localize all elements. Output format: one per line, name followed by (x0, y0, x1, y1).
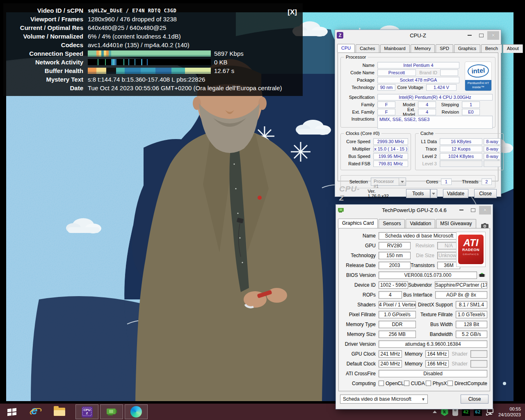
bios-save-chip-icon[interactable] (479, 273, 485, 278)
directx-support-field: 8.1 / SM1.4 (456, 301, 487, 308)
close-button[interactable]: ✕ (479, 206, 491, 215)
stats-label: Current / Optimal Res (7, 24, 83, 31)
maximize-button[interactable] (467, 206, 479, 215)
gpuz-titlebar[interactable]: TechPowerUp GPU-Z 0.4.6 ✕ (336, 205, 493, 215)
maximize-icon (471, 208, 475, 212)
tab-memory[interactable]: Memory (411, 44, 435, 53)
stats-row-network-activity: Network Activity0 KB (3, 58, 303, 66)
physx-label: PhysX (433, 381, 447, 386)
validate-button[interactable]: Validate (443, 189, 468, 198)
cpuz-titlebar[interactable]: Z CPU-Z ✕ (335, 30, 501, 41)
ati-crossfire-label: ATI CrossFire (341, 371, 376, 377)
cuda-checkbox[interactable] (404, 381, 409, 386)
internet-explorer-button[interactable]: e (24, 404, 48, 420)
device-id-field: 1002 - 5960 (379, 281, 408, 289)
close-button[interactable]: ✕ (487, 31, 499, 40)
tab-cpu[interactable]: CPU (337, 44, 355, 52)
ati-graphics-text: GRAPHICS (458, 253, 484, 256)
gpu-select[interactable]: Scheda video di base Microsoft ▼ (340, 395, 428, 404)
taskbar-clock[interactable]: 00:55 24/10/2023 (498, 406, 521, 418)
model-label: Model (395, 102, 415, 107)
shaders-field: 4 Pixel / 1 Vertex (379, 301, 416, 308)
processor-select[interactable]: Processor #1 (371, 178, 406, 186)
bus-speed-label: Bus Speed (343, 154, 370, 159)
gpu-label: GPU (341, 243, 376, 249)
tab-msi-giveaway[interactable]: MSI Giveaway (436, 219, 476, 228)
revision-label: Revision (436, 110, 459, 114)
trace-label: Trace (418, 146, 437, 151)
stats-value: avc1.4d401e (135) / mp4a.40.2 (140) (88, 41, 189, 48)
edge-icon (130, 406, 142, 418)
folder-icon (54, 408, 65, 416)
stats-label: Connection Speed (7, 50, 83, 57)
internet-explorer-icon: e (30, 406, 42, 418)
file-explorer-button[interactable] (48, 404, 71, 420)
tab-caches[interactable]: Caches (356, 44, 379, 53)
device-id-label: Device ID (341, 282, 376, 288)
memory-size-label: Memory Size (341, 331, 376, 337)
gpu-field: RV280 (379, 242, 411, 249)
instructions-field: MMX, SSE, SSE2, SSE3 (377, 116, 493, 129)
gpuz-close-button[interactable]: Close (461, 395, 488, 404)
lapel-pin (258, 196, 262, 200)
tab-validation[interactable]: Validation (406, 219, 435, 228)
tools-dropdown-button[interactable] (430, 189, 437, 198)
cores-label: Cores (419, 179, 438, 184)
tab-spd[interactable]: SPD (436, 44, 453, 53)
level2-label: Level 2 (418, 154, 437, 159)
cpuz-icon: CPUZ (82, 406, 93, 418)
cpuz-version: Ver. 1.76.0.x32 (368, 189, 396, 199)
intel-brand: intel (467, 64, 489, 78)
stats-value: s:8 t:144.74 b:15.360-157.408 L pbs:2282… (88, 76, 205, 83)
cpu-name-field: Intel Pentium 4 (377, 62, 459, 68)
minimize-button[interactable] (455, 206, 467, 215)
tab-graphics-card[interactable]: Graphics Card (338, 219, 378, 228)
transistors-label: Transistors (411, 262, 434, 268)
selection-group: Selection Processor #1 Cores 1 Threads 2 (340, 175, 495, 188)
stats-value: 12.67 s (214, 67, 234, 74)
cpuz-cpu-page: Processor intel Pentium®4 HTinside™ Name… (338, 52, 498, 181)
clock-time: 00:55 (498, 406, 521, 412)
gpuz-taskbar-button[interactable] (100, 404, 123, 419)
show-hidden-icons-button[interactable] (433, 411, 437, 413)
gpuz-graphics-card-page: ATI RADEON GRAPHICS NameScheda video di … (338, 228, 490, 391)
default-shader-clock-label: Shader (449, 361, 468, 367)
bus-width-label: Bus Width (416, 322, 453, 327)
cpuz-taskbar-button[interactable]: CPUZ (75, 404, 98, 419)
l1-data-field: 16 KBytes (440, 138, 482, 145)
revision-field: E0 (462, 109, 480, 115)
bus-interface-field: AGP 8x @ 8x (435, 291, 487, 299)
tab-bench[interactable]: Bench (481, 44, 502, 53)
die-size-label: Die Size (411, 253, 434, 258)
opencl-checkbox[interactable] (379, 381, 384, 386)
edge-taskbar-button[interactable] (125, 404, 148, 419)
minimize-button[interactable] (463, 31, 475, 40)
cpuz-tab-bar: CPU Caches Mainboard Memory SPD Graphics… (335, 44, 501, 52)
gpuz-tab-bar: Graphics Card Sensors Validation MSI Giv… (336, 219, 493, 228)
processor-select-value: Processor #1 (371, 178, 399, 185)
stats-label: Video ID / sCPN (7, 7, 83, 14)
tab-about[interactable]: About (503, 44, 523, 53)
stats-label: Network Activity (7, 59, 83, 66)
tab-graphics[interactable]: Graphics (454, 44, 480, 53)
maximize-button[interactable] (475, 31, 487, 40)
physx-checkbox[interactable] (426, 381, 431, 386)
hand-right (267, 288, 287, 303)
level3-way-field (484, 160, 501, 167)
stats-row: DateTue Oct 24 2023 00:55:06 GMT+0200 (O… (3, 84, 303, 92)
directcompute-checkbox[interactable] (447, 381, 453, 386)
technology-label: Technology (341, 253, 376, 258)
core-voltage-label: Core Voltage (395, 85, 423, 90)
stats-label: Volume / Normalized (7, 33, 83, 40)
start-button[interactable] (0, 404, 24, 420)
gpu-name-field: Scheda video di base Microsoft (379, 232, 460, 240)
level3-label: Level 3 (418, 161, 437, 166)
tab-mainboard[interactable]: Mainboard (380, 44, 410, 53)
cpuz-close-button[interactable]: Close (474, 189, 497, 198)
stats-close-button[interactable]: [X] (288, 8, 297, 16)
tools-button[interactable]: Tools (406, 189, 430, 198)
level2-field: 1024 KBytes (440, 153, 482, 160)
default-memory-clock-label: Memory (402, 361, 422, 367)
opencl-label: OpenCL (386, 381, 404, 386)
tab-sensors[interactable]: Sensors (379, 219, 405, 228)
